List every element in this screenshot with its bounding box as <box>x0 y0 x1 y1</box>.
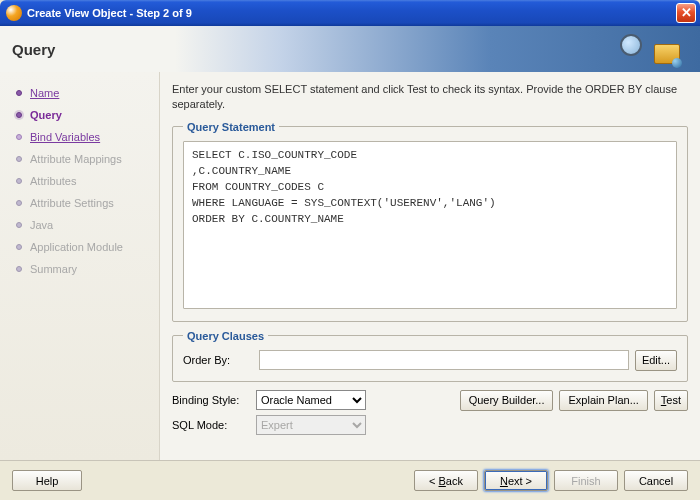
wizard-nav: NameQueryBind VariablesAttribute Mapping… <box>0 72 160 460</box>
nav-step-dot-icon <box>16 156 22 162</box>
nav-item-query: Query <box>16 104 159 126</box>
binding-style-select[interactable]: Oracle Named <box>256 390 366 410</box>
nav-item-label: Attribute Settings <box>30 197 114 209</box>
wizard-content: Enter your custom SELECT statement and c… <box>160 72 700 460</box>
close-icon[interactable]: ✕ <box>676 3 696 23</box>
explain-plan-button[interactable]: Explain Plan... <box>559 390 647 411</box>
nav-item-attribute-settings: Attribute Settings <box>16 192 159 214</box>
order-by-input[interactable] <box>259 350 629 370</box>
nav-item-label: Bind Variables <box>30 131 100 143</box>
query-clauses-legend: Query Clauses <box>183 330 268 342</box>
nav-step-dot-icon <box>16 134 22 140</box>
nav-item-name[interactable]: Name <box>16 82 159 104</box>
nav-step-dot-icon <box>16 90 22 96</box>
query-builder-button[interactable]: Query Builder... <box>460 390 554 411</box>
back-button[interactable]: < Back <box>414 470 478 491</box>
app-icon <box>6 5 22 21</box>
finish-button: Finish <box>554 470 618 491</box>
nav-item-attributes: Attributes <box>16 170 159 192</box>
wizard-header: Query <box>0 26 700 72</box>
nav-step-dot-icon <box>16 200 22 206</box>
next-button[interactable]: Next > <box>484 470 548 491</box>
nav-step-dot-icon <box>16 112 22 118</box>
order-by-label: Order By: <box>183 354 253 366</box>
cancel-button[interactable]: Cancel <box>624 470 688 491</box>
wizard-footer: Help < Back Next > Finish Cancel <box>0 460 700 500</box>
query-statement-legend: Query Statement <box>183 121 279 133</box>
sql-mode-label: SQL Mode: <box>172 419 250 431</box>
window-title: Create View Object - Step 2 of 9 <box>27 7 676 19</box>
nav-item-label: Query <box>30 109 62 121</box>
edit-order-by-button[interactable]: Edit... <box>635 350 677 371</box>
nav-step-dot-icon <box>16 266 22 272</box>
nav-step-dot-icon <box>16 222 22 228</box>
nav-step-dot-icon <box>16 178 22 184</box>
instruction-text: Enter your custom SELECT statement and c… <box>172 82 688 113</box>
page-title: Query <box>12 41 55 58</box>
nav-item-label: Attributes <box>30 175 76 187</box>
nav-step-dot-icon <box>16 244 22 250</box>
title-bar: Create View Object - Step 2 of 9 ✕ <box>0 0 700 26</box>
wizard-logo-icon <box>620 32 680 66</box>
nav-item-summary: Summary <box>16 258 159 280</box>
nav-item-label: Name <box>30 87 59 99</box>
help-button[interactable]: Help <box>12 470 82 491</box>
nav-item-label: Application Module <box>30 241 123 253</box>
nav-item-application-module: Application Module <box>16 236 159 258</box>
sql-mode-select: Expert <box>256 415 366 435</box>
nav-item-java: Java <box>16 214 159 236</box>
nav-item-label: Attribute Mappings <box>30 153 122 165</box>
query-statement-textarea[interactable] <box>183 141 677 309</box>
query-statement-group: Query Statement <box>172 121 688 322</box>
nav-item-label: Java <box>30 219 53 231</box>
nav-item-label: Summary <box>30 263 77 275</box>
nav-item-attribute-mappings: Attribute Mappings <box>16 148 159 170</box>
query-clauses-group: Query Clauses Order By: Edit... <box>172 330 688 382</box>
test-button[interactable]: Test <box>654 390 688 411</box>
binding-style-label: Binding Style: <box>172 394 250 406</box>
nav-item-bind-variables[interactable]: Bind Variables <box>16 126 159 148</box>
